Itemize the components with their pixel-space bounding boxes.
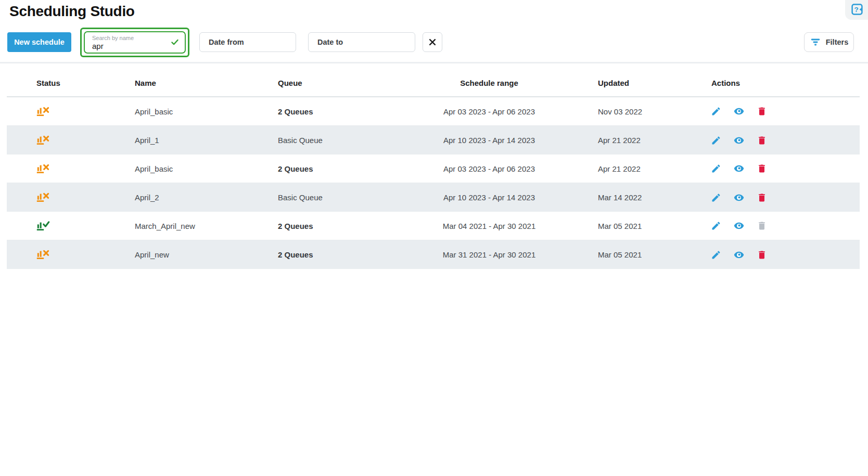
trash-icon [757,163,767,174]
schedule-queue: 2 Queues [278,107,416,116]
schedule-range: Apr 10 2023 - Apr 14 2023 [416,136,562,145]
edit-button[interactable] [711,250,721,260]
clear-filters-button[interactable] [423,32,442,52]
schedule-range: Apr 10 2023 - Apr 14 2023 [416,193,562,202]
eye-icon [734,250,744,260]
delete-button[interactable] [757,106,767,117]
schedule-queue: 2 Queues [278,250,416,259]
delete-button[interactable] [757,221,767,231]
pencil-icon [711,106,721,117]
schedule-table: Status Name Queue Schedule range Updated… [7,69,860,269]
x-icon [428,37,437,47]
pencil-icon [711,250,721,260]
column-header-queue: Queue [278,79,416,87]
page-title: Scheduling Studio [9,3,135,20]
date-from-input[interactable]: Date from [199,32,296,52]
table-header: Status Name Queue Schedule range Updated… [7,69,860,97]
pencil-icon [711,221,721,231]
status-unpublished-icon [36,105,50,117]
date-to-input[interactable]: Date to [308,32,415,52]
column-header-status: Status [7,79,135,87]
status-unpublished-icon [36,190,50,203]
schedule-updated: Mar 05 2021 [562,222,708,230]
trash-icon [757,106,767,117]
view-button[interactable] [734,135,744,146]
search-valid-check-icon [170,37,180,47]
status-published-icon [36,219,50,231]
new-schedule-button[interactable]: New schedule [7,32,71,52]
schedule-updated: Apr 21 2022 [562,164,708,173]
edit-button[interactable] [711,135,721,146]
delete-button[interactable] [757,163,767,174]
edit-button[interactable] [711,106,721,117]
view-button[interactable] [734,250,744,260]
filter-icon [810,36,821,48]
help-button[interactable] [851,3,863,16]
schedule-range: Apr 03 2023 - Apr 06 2023 [416,164,562,173]
edit-button[interactable] [711,192,721,203]
view-button[interactable] [734,221,744,231]
toolbar-divider [0,62,868,63]
schedule-name: April_2 [135,193,278,202]
trash-icon [757,192,767,203]
trash-icon [757,221,767,231]
delete-button[interactable] [757,250,767,260]
table-row: April_2 Basic Queue Apr 10 2023 - Apr 14… [7,183,860,212]
status-unpublished-icon [36,162,50,174]
view-button[interactable] [734,163,744,174]
eye-icon [734,135,744,146]
column-header-name: Name [135,79,278,87]
pencil-icon [711,163,721,174]
filters-button[interactable]: Filters [804,32,854,52]
delete-button[interactable] [757,135,767,146]
schedule-queue: Basic Queue [278,136,416,145]
table-row: April_new 2 Queues Mar 31 2021 - Apr 30 … [7,240,860,269]
trash-icon [757,250,767,260]
table-row: April_1 Basic Queue Apr 10 2023 - Apr 14… [7,126,860,155]
schedule-name: April_new [135,250,278,259]
schedule-name: March_April_new [135,222,278,230]
column-header-actions: Actions [708,79,860,87]
schedule-range: Apr 03 2023 - Apr 06 2023 [416,107,562,116]
schedule-name: April_basic [135,107,278,116]
status-unpublished-icon [36,133,50,146]
pencil-icon [711,192,721,203]
pencil-icon [711,135,721,146]
table-row: April_basic 2 Queues Apr 03 2023 - Apr 0… [7,97,860,126]
table-row: March_April_new 2 Queues Mar 04 2021 - A… [7,212,860,240]
edit-button[interactable] [711,163,721,174]
table-row: April_basic 2 Queues Apr 03 2023 - Apr 0… [7,155,860,183]
schedule-updated: Mar 14 2022 [562,193,708,202]
schedule-range: Mar 04 2021 - Apr 30 2021 [416,222,562,230]
column-header-updated: Updated [562,79,708,87]
schedule-updated: Apr 21 2022 [562,136,708,145]
filters-label: Filters [826,38,849,46]
view-button[interactable] [734,106,744,117]
help-icon [851,3,863,16]
eye-icon [734,106,744,117]
search-placeholder: Search by name [92,35,167,42]
eye-icon [734,221,744,231]
view-button[interactable] [734,192,744,203]
search-value: apr [92,42,167,50]
schedule-queue: 2 Queues [278,164,416,173]
delete-button[interactable] [757,192,767,203]
edit-button[interactable] [711,221,721,231]
status-unpublished-icon [36,248,50,260]
toolbar: New schedule Search by name apr Date fro… [7,27,854,57]
column-header-schedule-range: Schedule range [416,79,562,87]
schedule-queue: Basic Queue [278,193,416,202]
search-input[interactable]: Search by name apr [84,31,186,54]
eye-icon [734,163,744,174]
schedule-updated: Mar 05 2021 [562,250,708,259]
eye-icon [734,192,744,203]
schedule-queue: 2 Queues [278,222,416,230]
schedule-updated: Nov 03 2022 [562,107,708,116]
schedule-table-body: April_basic 2 Queues Apr 03 2023 - Apr 0… [7,97,860,269]
trash-icon [757,135,767,146]
schedule-name: April_1 [135,136,278,145]
schedule-range: Mar 31 2021 - Apr 30 2021 [416,250,562,259]
search-highlight-annotation: Search by name apr [80,28,189,57]
schedule-name: April_basic [135,164,278,173]
